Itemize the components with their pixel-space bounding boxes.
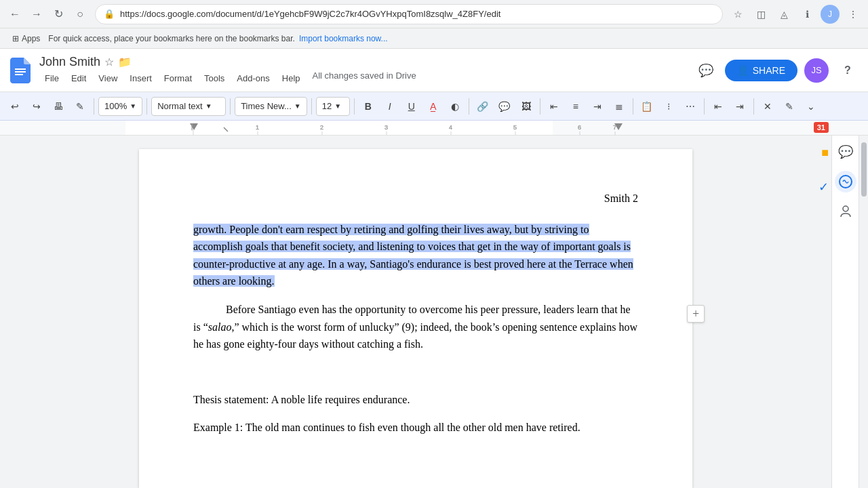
svg-rect-4 [125,121,553,136]
share-button[interactable]: 👤 SHARE [725,60,797,81]
ruler-svg: | 1 2 3 4 5 6 7 [0,121,841,136]
more-options-button[interactable]: ⋯ [681,97,700,116]
menu-icon[interactable]: ⋮ [844,5,863,24]
selected-text-span: growth. People don't earn respect by ret… [193,224,633,287]
svg-text:|: | [191,123,193,130]
svg-text:1: 1 [256,124,259,131]
numbered-list-button[interactable]: 📋 [637,97,656,116]
zoom-selector[interactable]: 100% ▼ [98,97,142,116]
home-button[interactable]: ○ [71,5,90,24]
browser-actions: ☆ ◫ ◬ ℹ J ⋮ [728,5,863,24]
extension2-icon[interactable]: ◬ [774,5,793,24]
help-icon[interactable]: ℹ [797,5,816,24]
underline-button[interactable]: U [402,97,421,116]
italic-button[interactable]: I [380,97,399,116]
scrollbar-thumb[interactable] [861,142,867,197]
bold-button[interactable]: B [359,97,378,116]
bookmark-icon[interactable]: ☆ [728,5,747,24]
help-menu[interactable]: Help [277,70,306,86]
comment-button[interactable]: 💬 [495,97,514,116]
zoom-chevron-icon: ▼ [130,102,136,110]
highlight-button[interactable]: ◐ [446,97,465,116]
svg-text:6: 6 [578,124,581,131]
editing-mode-button[interactable]: ✎ [780,97,799,116]
toolbar-separator-4 [311,98,312,115]
font-selector[interactable]: Times New... ▼ [235,97,307,116]
increase-indent-button[interactable]: ⇥ [730,97,749,116]
ruler: | 1 2 3 4 5 6 7 [0,121,868,136]
toolbar-separator-1 [94,98,94,115]
paragraph-style-selector[interactable]: Normal text ▼ [151,97,226,116]
insert-menu[interactable]: Insert [124,70,157,86]
file-menu[interactable]: File [39,70,64,86]
font-size-value: 12 [322,101,332,111]
addons-menu[interactable]: Add-ons [231,70,275,86]
undo-button[interactable]: ↩ [5,97,24,116]
comments-sidebar-button[interactable]: 💬 [835,141,856,163]
document-scroll[interactable]: Smith 2 growth. People don't earn respec… [0,136,831,488]
view-menu[interactable]: View [93,70,123,86]
nav-buttons: ← → ↻ ○ [5,5,90,24]
toolbar-separator-7 [540,98,540,115]
link-button[interactable]: 🔗 [473,97,492,116]
document-menu: File Edit View Insert Format Tools Add-o… [39,70,687,86]
more-toolbar-button[interactable]: ⌄ [802,97,821,116]
edit-menu[interactable]: Edit [66,70,92,86]
folder-button[interactable]: 📁 [118,56,132,68]
activity-sidebar-button[interactable] [835,171,856,192]
align-right-button[interactable]: ⇥ [588,97,607,116]
extension1-icon[interactable]: ◫ [751,5,770,24]
address-bar[interactable]: 🔒 https://docs.google.com/document/d/1eY… [95,4,723,24]
clear-format-button[interactable]: ✕ [758,97,777,116]
redo-button[interactable]: ↪ [27,97,46,116]
forward-button[interactable]: → [27,5,46,24]
italic-word: salao [208,321,232,333]
align-center-button[interactable]: ≡ [566,97,585,116]
saved-status: All changes saved in Drive [313,70,416,86]
sticky-note-icon[interactable]: ■ [821,146,829,160]
toolbar-separator-8 [633,98,633,115]
svg-text:4: 4 [449,124,452,131]
star-button[interactable]: ☆ [104,56,114,68]
help-circle-button[interactable]: ? [835,58,860,83]
print-button[interactable]: 🖶 [49,97,68,116]
vertical-scrollbar[interactable] [859,136,868,488]
user-avatar[interactable]: J [821,5,840,24]
header-actions: 💬 👤 SHARE JS ? [694,58,860,83]
paragraph-spacer [193,364,638,391]
people-icon [839,205,852,218]
bullet-list-button[interactable]: ⁝ [659,97,678,116]
add-float-button[interactable]: + [687,305,705,323]
format-menu[interactable]: Format [159,70,197,86]
lock-icon: 🔒 [104,9,115,19]
decrease-indent-button[interactable]: ⇤ [709,97,728,116]
format-paint-button[interactable]: ✎ [71,97,90,116]
right-sidebar: 💬 [831,136,859,488]
font-size-selector[interactable]: 12 ▼ [316,97,350,116]
document-page: Smith 2 growth. People don't earn respec… [139,149,692,488]
page-number-badge: 31 [814,122,829,133]
docs-icon-svg [10,58,31,83]
svg-point-25 [843,206,848,211]
check-icon[interactable]: ✓ [818,180,829,195]
text-color-button[interactable]: A̲ [424,97,443,116]
toolbar-separator-3 [230,98,231,115]
paragraph-style-value: Normal text [157,101,202,111]
user-profile-avatar[interactable]: JS [804,58,829,83]
refresh-button[interactable]: ↻ [49,5,68,24]
image-button[interactable]: 🖼 [517,97,536,116]
align-left-button[interactable]: ⇤ [545,97,564,116]
people-sidebar-button[interactable] [835,201,856,222]
apps-button[interactable]: ⊞ Apps [8,33,44,45]
import-bookmarks-link[interactable]: Import bookmarks now... [299,34,388,43]
back-button[interactable]: ← [5,5,24,24]
svg-rect-0 [15,68,26,70]
thesis-text: Thesis statement: A noble life requires … [193,394,410,405]
document-title[interactable]: John Smith [39,55,100,69]
tools-menu[interactable]: Tools [199,70,230,86]
toolbar-separator-10 [753,98,754,115]
page-header-text: Smith 2 [604,192,638,204]
toolbar-separator-5 [354,98,355,115]
justify-button[interactable]: ≣ [610,97,629,116]
comments-button[interactable]: 💬 [694,58,718,83]
